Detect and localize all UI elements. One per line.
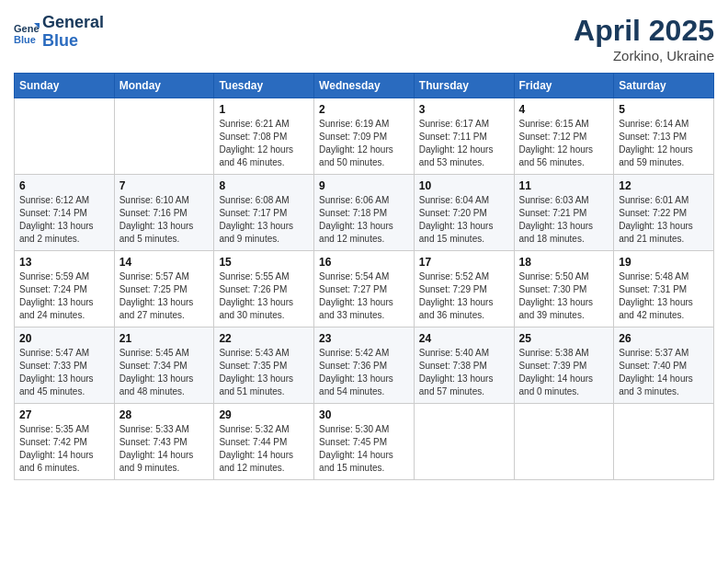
- day-detail: Sunrise: 6:04 AM Sunset: 7:20 PM Dayligh…: [419, 194, 509, 246]
- calendar-cell: 21Sunrise: 5:45 AM Sunset: 7:34 PM Dayli…: [114, 327, 214, 404]
- day-detail: Sunrise: 6:21 AM Sunset: 7:08 PM Dayligh…: [219, 118, 309, 169]
- day-number: 24: [419, 332, 509, 345]
- weekday-header: Tuesday: [214, 74, 314, 98]
- day-detail: Sunrise: 5:30 AM Sunset: 7:45 PM Dayligh…: [319, 423, 409, 475]
- calendar-cell: 3Sunrise: 6:17 AM Sunset: 7:11 PM Daylig…: [414, 98, 514, 175]
- calendar-cell: 7Sunrise: 6:10 AM Sunset: 7:16 PM Daylig…: [114, 175, 214, 251]
- calendar-body: 1Sunrise: 6:21 AM Sunset: 7:08 PM Daylig…: [15, 98, 714, 480]
- calendar-cell: 25Sunrise: 5:38 AM Sunset: 7:39 PM Dayli…: [514, 327, 614, 404]
- day-detail: Sunrise: 5:37 AM Sunset: 7:40 PM Dayligh…: [619, 347, 709, 398]
- day-detail: Sunrise: 5:52 AM Sunset: 7:29 PM Dayligh…: [419, 270, 509, 322]
- day-number: 6: [19, 179, 109, 192]
- calendar-cell: [15, 98, 115, 175]
- weekday-header: Sunday: [15, 74, 115, 98]
- calendar-cell: 26Sunrise: 5:37 AM Sunset: 7:40 PM Dayli…: [614, 327, 714, 404]
- day-detail: Sunrise: 5:54 AM Sunset: 7:27 PM Dayligh…: [319, 270, 409, 322]
- day-detail: Sunrise: 5:40 AM Sunset: 7:38 PM Dayligh…: [419, 347, 509, 398]
- calendar-cell: [114, 98, 214, 175]
- calendar-cell: [414, 404, 514, 480]
- calendar-cell: 17Sunrise: 5:52 AM Sunset: 7:29 PM Dayli…: [414, 251, 514, 327]
- day-detail: Sunrise: 5:32 AM Sunset: 7:44 PM Dayligh…: [219, 423, 309, 475]
- calendar-cell: 22Sunrise: 5:43 AM Sunset: 7:35 PM Dayli…: [214, 327, 314, 404]
- calendar-week-row: 1Sunrise: 6:21 AM Sunset: 7:08 PM Daylig…: [15, 98, 714, 175]
- day-number: 16: [319, 256, 409, 269]
- day-number: 28: [119, 408, 210, 421]
- day-detail: Sunrise: 5:55 AM Sunset: 7:26 PM Dayligh…: [219, 270, 309, 322]
- day-number: 17: [419, 256, 509, 269]
- calendar-cell: 6Sunrise: 6:12 AM Sunset: 7:14 PM Daylig…: [15, 175, 115, 251]
- day-number: 18: [519, 256, 609, 269]
- calendar-cell: 8Sunrise: 6:08 AM Sunset: 7:17 PM Daylig…: [214, 175, 314, 251]
- day-detail: Sunrise: 5:48 AM Sunset: 7:31 PM Dayligh…: [619, 270, 709, 322]
- day-number: 22: [219, 332, 309, 345]
- day-number: 21: [119, 332, 210, 345]
- page-header: General Blue General Blue April 2025 Zor…: [14, 14, 714, 63]
- day-detail: Sunrise: 6:15 AM Sunset: 7:12 PM Dayligh…: [519, 118, 609, 169]
- day-number: 12: [619, 179, 709, 192]
- day-number: 4: [519, 103, 609, 116]
- calendar-cell: 4Sunrise: 6:15 AM Sunset: 7:12 PM Daylig…: [514, 98, 614, 175]
- day-number: 5: [619, 103, 709, 116]
- svg-text:Blue: Blue: [14, 34, 36, 45]
- day-number: 11: [519, 179, 609, 192]
- day-number: 13: [19, 256, 109, 269]
- day-number: 30: [319, 408, 409, 421]
- logo-icon: General Blue: [14, 19, 40, 45]
- day-number: 14: [119, 256, 210, 269]
- day-number: 1: [219, 103, 309, 116]
- day-detail: Sunrise: 5:59 AM Sunset: 7:24 PM Dayligh…: [19, 270, 109, 322]
- calendar-cell: 23Sunrise: 5:42 AM Sunset: 7:36 PM Dayli…: [314, 327, 415, 404]
- day-number: 20: [19, 332, 109, 345]
- day-number: 3: [419, 103, 509, 116]
- day-detail: Sunrise: 6:10 AM Sunset: 7:16 PM Dayligh…: [119, 194, 210, 246]
- day-detail: Sunrise: 5:57 AM Sunset: 7:25 PM Dayligh…: [119, 270, 210, 322]
- calendar-cell: 27Sunrise: 5:35 AM Sunset: 7:42 PM Dayli…: [15, 404, 115, 480]
- day-number: 2: [319, 103, 409, 116]
- day-detail: Sunrise: 5:38 AM Sunset: 7:39 PM Dayligh…: [519, 347, 609, 398]
- header-row: SundayMondayTuesdayWednesdayThursdayFrid…: [15, 74, 714, 98]
- day-number: 29: [219, 408, 309, 421]
- calendar-cell: 18Sunrise: 5:50 AM Sunset: 7:30 PM Dayli…: [514, 251, 614, 327]
- day-detail: Sunrise: 5:35 AM Sunset: 7:42 PM Dayligh…: [19, 423, 109, 475]
- weekday-header: Thursday: [414, 74, 514, 98]
- day-detail: Sunrise: 6:08 AM Sunset: 7:17 PM Dayligh…: [219, 194, 309, 246]
- calendar-cell: 12Sunrise: 6:01 AM Sunset: 7:22 PM Dayli…: [614, 175, 714, 251]
- day-number: 26: [619, 332, 709, 345]
- day-detail: Sunrise: 5:47 AM Sunset: 7:33 PM Dayligh…: [19, 347, 109, 398]
- day-detail: Sunrise: 5:45 AM Sunset: 7:34 PM Dayligh…: [119, 347, 210, 398]
- day-detail: Sunrise: 5:43 AM Sunset: 7:35 PM Dayligh…: [219, 347, 309, 398]
- calendar-cell: 15Sunrise: 5:55 AM Sunset: 7:26 PM Dayli…: [214, 251, 314, 327]
- calendar-cell: 14Sunrise: 5:57 AM Sunset: 7:25 PM Dayli…: [114, 251, 214, 327]
- weekday-header: Saturday: [614, 74, 714, 98]
- day-detail: Sunrise: 6:01 AM Sunset: 7:22 PM Dayligh…: [619, 194, 709, 246]
- day-detail: Sunrise: 5:42 AM Sunset: 7:36 PM Dayligh…: [319, 347, 409, 398]
- weekday-header: Wednesday: [314, 74, 415, 98]
- calendar-week-row: 20Sunrise: 5:47 AM Sunset: 7:33 PM Dayli…: [15, 327, 714, 404]
- calendar-week-row: 27Sunrise: 5:35 AM Sunset: 7:42 PM Dayli…: [15, 404, 714, 480]
- day-number: 25: [519, 332, 609, 345]
- calendar-header: SundayMondayTuesdayWednesdayThursdayFrid…: [15, 74, 714, 98]
- day-detail: Sunrise: 6:06 AM Sunset: 7:18 PM Dayligh…: [319, 194, 409, 246]
- calendar-cell: 2Sunrise: 6:19 AM Sunset: 7:09 PM Daylig…: [314, 98, 415, 175]
- calendar-cell: 9Sunrise: 6:06 AM Sunset: 7:18 PM Daylig…: [314, 175, 415, 251]
- calendar-cell: [514, 404, 614, 480]
- calendar-cell: 30Sunrise: 5:30 AM Sunset: 7:45 PM Dayli…: [314, 404, 415, 480]
- calendar-cell: 29Sunrise: 5:32 AM Sunset: 7:44 PM Dayli…: [214, 404, 314, 480]
- month-title: April 2025: [574, 14, 714, 48]
- calendar-week-row: 6Sunrise: 6:12 AM Sunset: 7:14 PM Daylig…: [15, 175, 714, 251]
- day-detail: Sunrise: 5:50 AM Sunset: 7:30 PM Dayligh…: [519, 270, 609, 322]
- day-number: 8: [219, 179, 309, 192]
- day-number: 10: [419, 179, 509, 192]
- calendar-cell: 16Sunrise: 5:54 AM Sunset: 7:27 PM Dayli…: [314, 251, 415, 327]
- calendar-cell: 20Sunrise: 5:47 AM Sunset: 7:33 PM Dayli…: [15, 327, 115, 404]
- day-detail: Sunrise: 6:14 AM Sunset: 7:13 PM Dayligh…: [619, 118, 709, 169]
- day-number: 9: [319, 179, 409, 192]
- calendar-cell: [614, 404, 714, 480]
- weekday-header: Friday: [514, 74, 614, 98]
- weekday-header: Monday: [114, 74, 214, 98]
- day-number: 19: [619, 256, 709, 269]
- title-block: April 2025 Zorkino, Ukraine: [574, 14, 714, 63]
- location: Zorkino, Ukraine: [574, 48, 714, 63]
- day-number: 23: [319, 332, 409, 345]
- day-detail: Sunrise: 6:03 AM Sunset: 7:21 PM Dayligh…: [519, 194, 609, 246]
